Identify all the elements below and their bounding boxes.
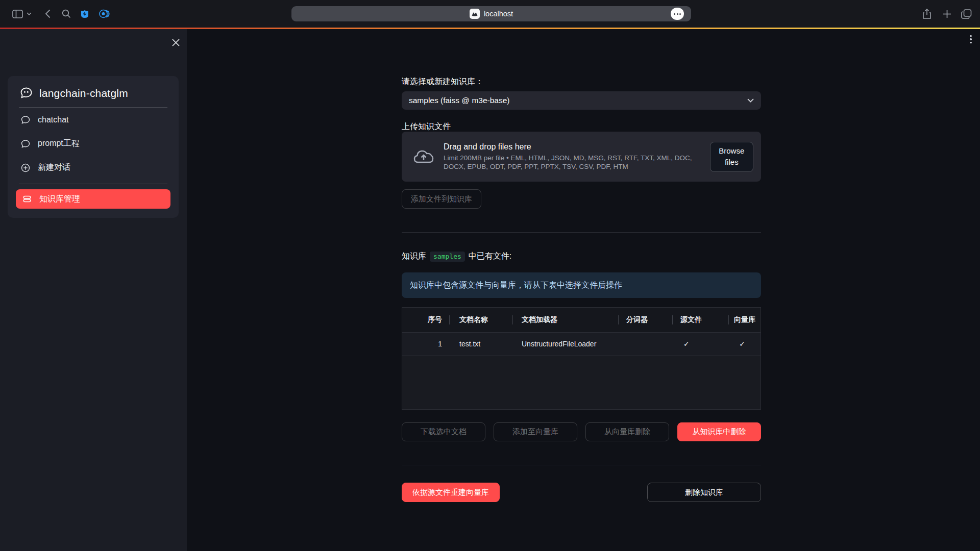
chevron-down-icon[interactable]	[26, 0, 33, 28]
dropzone-title: Drag and drop files here	[444, 142, 701, 152]
sidebar-item-new-dialog[interactable]: 新建对话	[18, 156, 168, 180]
app-overflow-menu-icon[interactable]	[965, 32, 977, 46]
heading-prefix: 知识库	[402, 251, 426, 262]
sidebar-item-label: chatchat	[38, 115, 68, 124]
kb-name-code-badge: samples	[430, 252, 465, 262]
heading-suffix: 中已有文件:	[469, 251, 511, 262]
app-logo-icon	[19, 86, 33, 100]
sidebar-item-prompt[interactable]: prompt工程	[18, 132, 168, 156]
upload-label: 上传知识文件	[402, 121, 451, 132]
kb-select-label: 请选择或新建知识库：	[402, 77, 483, 87]
sidebar-item-kb-management[interactable]: 知识库管理	[16, 189, 170, 209]
sidebar-item-label: 新建对话	[38, 162, 70, 173]
info-banner-text: 知识库中包含源文件与向量库，请从下表中选择文件后操作	[410, 280, 622, 291]
cell-splitter	[618, 332, 672, 355]
plus-circle-icon	[20, 163, 31, 173]
info-banner: 知识库中包含源文件与向量库，请从下表中选择文件后操作	[402, 272, 761, 298]
divider	[402, 232, 761, 233]
chat-bubble-icon	[20, 115, 31, 125]
sidebar: langchain-chatglm chatchat	[0, 29, 187, 551]
extension-shield-icon[interactable]	[79, 0, 90, 28]
cloud-upload-icon	[413, 148, 434, 165]
row-action-buttons: 下载选中文档 添加至向量库 从向量库删除 从知识库中删除	[402, 422, 761, 441]
app-viewport: langchain-chatglm chatchat	[0, 29, 980, 551]
browser-toolbar: localhost	[0, 0, 980, 28]
stacked-pills-icon	[22, 194, 32, 204]
cell-index: 1	[402, 332, 449, 355]
sidebar-toggle-icon[interactable]	[11, 0, 24, 28]
file-dropzone[interactable]: Drag and drop files here Limit 200MB per…	[402, 132, 761, 182]
chevron-down-icon	[747, 98, 754, 103]
add-files-to-kb-button[interactable]: 添加文件到知识库	[402, 189, 481, 209]
sidebar-menu-card: langchain-chatglm chatchat	[8, 76, 179, 218]
col-header-loader[interactable]: 文档加载器	[512, 308, 618, 332]
back-icon[interactable]	[43, 0, 52, 28]
table-header-row: 序号 文档名称 文档加载器 分词器 源文件 向量库	[402, 308, 761, 332]
search-icon[interactable]	[61, 0, 72, 28]
delete-from-kb-button[interactable]: 从知识库中删除	[677, 422, 761, 441]
cell-vector-check: ✓	[728, 332, 761, 355]
kb-select[interactable]: samples (faiss @ m3e-base)	[402, 91, 761, 110]
site-favicon	[470, 9, 480, 19]
delete-kb-button[interactable]: 删除知识库	[647, 483, 761, 502]
add-to-vector-store-button[interactable]: 添加至向量库	[494, 422, 577, 441]
browse-files-button[interactable]: Browse files	[710, 142, 753, 172]
cell-name: test.txt	[449, 332, 512, 355]
address-bar[interactable]: localhost	[291, 6, 691, 21]
url-text: localhost	[484, 10, 513, 18]
tab-overview-icon[interactable]	[959, 0, 974, 28]
kb-files-heading: 知识库 samples 中已有文件:	[402, 251, 511, 262]
page-options-icon[interactable]	[671, 8, 684, 20]
cell-source-check: ✓	[672, 332, 728, 355]
sidebar-item-chatchat[interactable]: chatchat	[18, 108, 168, 132]
dropzone-limit-text: Limit 200MB per file • EML, HTML, JSON, …	[444, 154, 701, 171]
col-header-index[interactable]: 序号	[402, 308, 449, 332]
cell-loader: UnstructuredFileLoader	[512, 332, 618, 355]
extension-rings-icon[interactable]	[99, 0, 110, 28]
chat-bubble-icon	[20, 139, 31, 149]
col-header-vector[interactable]: 向量库	[728, 308, 761, 332]
share-icon[interactable]	[920, 0, 934, 28]
download-selected-button[interactable]: 下载选中文档	[402, 422, 485, 441]
table-row[interactable]: 1 test.txt UnstructuredFileLoader ✓ ✓	[402, 332, 761, 355]
screen: localhost	[0, 0, 980, 551]
col-header-source[interactable]: 源文件	[672, 308, 728, 332]
divider	[402, 465, 761, 465]
col-header-name[interactable]: 文档名称	[449, 308, 512, 332]
sidebar-close-icon[interactable]	[168, 35, 183, 49]
rebuild-vector-store-button[interactable]: 依据源文件重建向量库	[402, 483, 500, 502]
col-header-splitter[interactable]: 分词器	[618, 308, 672, 332]
remove-from-vector-store-button[interactable]: 从向量库删除	[585, 422, 669, 441]
kb-files-table: 序号 文档名称 文档加载器 分词器 源文件 向量库 1 test.txt Uns	[402, 307, 761, 410]
new-tab-icon[interactable]	[940, 0, 954, 28]
sidebar-item-label: prompt工程	[38, 138, 80, 149]
sidebar-item-label: 知识库管理	[39, 194, 80, 205]
kb-select-value: samples (faiss @ m3e-base)	[409, 96, 510, 105]
app-title: langchain-chatglm	[39, 87, 128, 99]
divider	[19, 184, 167, 184]
